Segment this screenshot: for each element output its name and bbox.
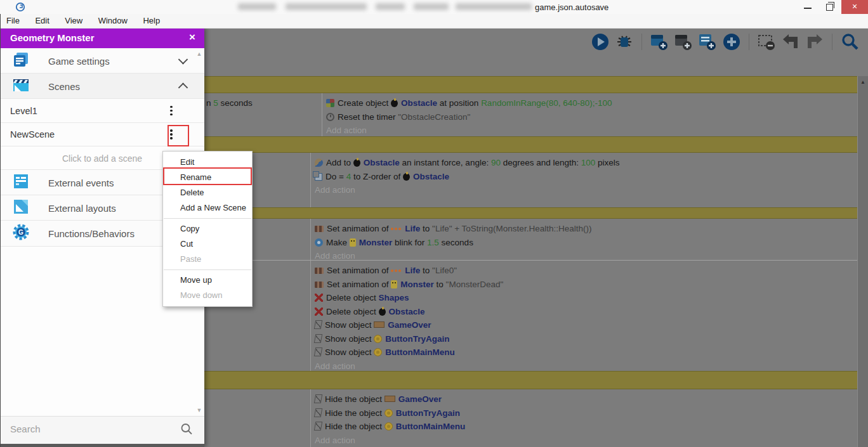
highlight-box-rename	[163, 167, 252, 185]
events-scrollbar[interactable]: ▲	[857, 76, 868, 447]
external-events-icon	[11, 172, 30, 193]
search-icon[interactable]	[180, 423, 193, 438]
menu-file[interactable]: File	[0, 14, 26, 25]
menu-item-delete[interactable]: Delete	[163, 185, 252, 200]
menu-item-cut[interactable]: Cut	[163, 236, 252, 252]
toolbar-separator	[641, 34, 642, 50]
blurred-path-text	[456, 3, 532, 10]
event-text: RandomInRange(80, 640-80);-100	[481, 98, 612, 108]
add-action-button[interactable]: Add action	[315, 360, 858, 373]
row-scenes[interactable]: Scenes	[0, 74, 204, 99]
external-layouts-icon	[11, 197, 30, 219]
animation-icon	[315, 268, 324, 274]
minimize-button[interactable]	[798, 0, 817, 14]
event-text: "ObstacleCreation"	[398, 112, 470, 122]
coin-icon	[374, 335, 382, 343]
chevron-up-icon[interactable]	[178, 82, 188, 93]
play-button[interactable]	[591, 32, 610, 51]
menu-item-move-up[interactable]: Move up	[163, 273, 252, 288]
scene-item-level1[interactable]: Level1	[0, 99, 204, 123]
event-action[interactable]: Delete object Obstacle	[315, 305, 858, 319]
force-icon	[315, 159, 323, 167]
visibility-icon	[314, 422, 322, 431]
event-action[interactable]: Make Monster blink for 1.5 seconds	[315, 236, 858, 250]
event-action[interactable]: Do = 4 to Z-order of Obstacle	[315, 170, 858, 184]
coin-icon	[385, 422, 393, 431]
event-text: Reset the timer	[338, 112, 398, 122]
add-comment-button[interactable]	[698, 32, 717, 51]
event-action[interactable]: Show object ButtonTryAgain	[315, 332, 858, 346]
menu-view[interactable]: View	[58, 14, 89, 25]
menu-window[interactable]: Window	[92, 14, 134, 25]
event-text: GameOver	[398, 394, 442, 404]
timer-icon	[326, 113, 334, 121]
event-text: Monster	[400, 280, 434, 289]
bomb-icon	[403, 173, 410, 181]
add-action-button[interactable]: Add action	[315, 434, 858, 447]
event-action[interactable]: Add to Obstacle an instant force, angle:…	[315, 156, 858, 170]
menu-help[interactable]: Help	[136, 14, 166, 25]
panel-scroll-up-icon[interactable]: ▲	[195, 51, 203, 57]
event-action[interactable]: Show object GameOver	[315, 318, 858, 332]
event-text: degrees and length:	[501, 158, 581, 167]
event-text: Delete object	[326, 307, 379, 316]
event-text: Obstacle	[401, 98, 437, 108]
chevron-down-icon[interactable]	[178, 55, 188, 65]
event-action[interactable]: Set animation of Life to "Life0"	[315, 264, 858, 278]
event-action[interactable]: Delete object Shapes	[315, 291, 858, 305]
event-text: Obstacle	[413, 172, 449, 181]
event-action[interactable]: Hide the object ButtonTryAgain	[315, 406, 858, 420]
event-action[interactable]: Hide the object GameOver	[315, 392, 858, 406]
gdevelop-logo-icon	[15, 2, 25, 15]
menu-item-copy[interactable]: Copy	[163, 221, 252, 236]
event-action[interactable]: Set animation of Life to "Life" + ToStri…	[315, 222, 858, 236]
add-event-button[interactable]	[650, 32, 669, 51]
event-action[interactable]: Hide the object ButtonMainMenu	[315, 420, 858, 434]
menu-bar: File Edit View Window Help	[0, 14, 868, 29]
event-text: "Life" + ToString(Monster.Health::Health…	[432, 224, 591, 233]
event-action[interactable]: Set animation of Monster to "MonsterDead…	[315, 278, 858, 292]
event-text: Monster	[359, 238, 393, 247]
scroll-up-icon[interactable]: ▲	[858, 79, 868, 85]
condition-action-divider	[310, 219, 311, 260]
event-text: ButtonMainMenu	[396, 422, 465, 431]
zorder-icon	[315, 173, 322, 181]
debug-button[interactable]	[615, 32, 634, 51]
add-action-button[interactable]: Add action	[326, 124, 858, 138]
close-panel-icon[interactable]: ×	[189, 31, 195, 44]
event-text: ButtonTryAgain	[385, 334, 449, 344]
event-text: Create object	[338, 98, 391, 108]
event-text: Hide the object	[325, 394, 385, 404]
event-actions: Create object Obstacle at position Rando…	[326, 93, 858, 138]
restore-button[interactable]	[820, 0, 839, 14]
close-window-button[interactable]: ×	[841, 0, 868, 14]
search-input[interactable]	[9, 423, 170, 435]
add-action-button[interactable]: Add action	[315, 183, 858, 197]
scene-options-icon[interactable]	[164, 103, 179, 119]
event-text: 90	[491, 158, 501, 167]
menu-item-paste: Paste	[163, 252, 252, 267]
event-condition[interactable]: n 5 seconds	[206, 96, 253, 110]
remove-event-button[interactable]	[757, 32, 776, 51]
condition-action-divider	[310, 153, 311, 207]
highlight-box-scene-options	[168, 125, 189, 146]
event-action[interactable]: Reset the timer "ObstacleCreation"	[326, 110, 858, 124]
event-action[interactable]: Show object ButtonMainMenu	[315, 346, 858, 360]
panel-bottom-edge	[0, 444, 204, 447]
menu-edit[interactable]: Edit	[29, 14, 55, 25]
row-game-settings[interactable]: Game settings	[0, 48, 204, 74]
add-more-button[interactable]	[722, 32, 741, 51]
event-text: Obstacle	[364, 158, 400, 167]
create-object-icon	[326, 99, 334, 107]
redo-button[interactable]	[805, 32, 824, 51]
menu-item-add-new-scene[interactable]: Add a New Scene	[163, 200, 252, 216]
panel-scroll-down-icon[interactable]: ▼	[195, 407, 203, 413]
event-action[interactable]: Create object Obstacle at position Rando…	[326, 96, 858, 110]
add-subevent-button[interactable]	[674, 32, 693, 51]
window-border	[0, 14, 1, 447]
gameover-icon	[385, 396, 395, 402]
undo-button[interactable]	[781, 32, 800, 51]
event-text: Life	[405, 224, 420, 233]
search-events-button[interactable]	[840, 32, 859, 51]
game-settings-icon	[11, 50, 30, 72]
